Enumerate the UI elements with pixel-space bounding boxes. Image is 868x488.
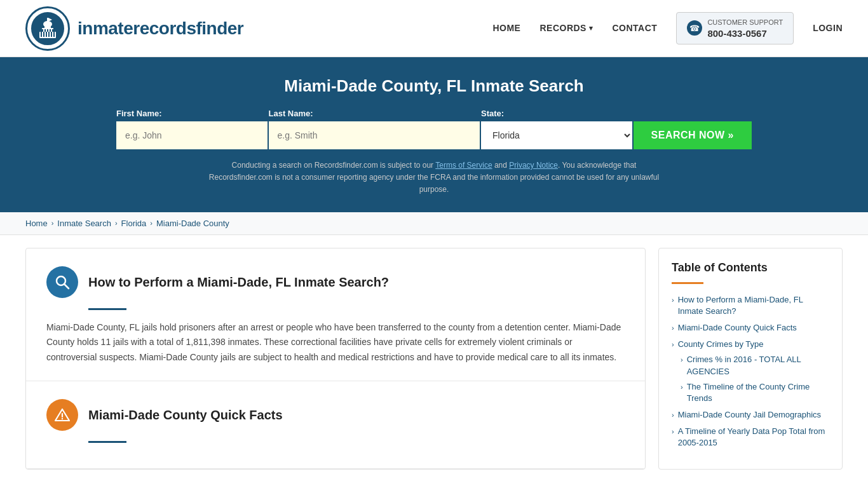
logo-icon [25, 6, 70, 51]
svg-rect-8 [48, 32, 50, 37]
toc-link-4[interactable]: ›A Timeline of Yearly Data Pop Total fro… [672, 426, 829, 449]
content-area: How to Perform a Miami-Dade, FL Inmate S… [25, 248, 646, 470]
last-name-label: Last Name: [269, 109, 480, 118]
breadcrumb-inmate-search[interactable]: Inmate Search [57, 219, 111, 228]
main-nav: HOME RECORDS ▾ CONTACT ☎ CUSTOMER SUPPOR… [492, 12, 843, 44]
toc-link-0[interactable]: ›How to Perform a Miami-Dade, FL Inmate … [672, 294, 829, 317]
toc-sub-item-2-0: ›Crimes % in 2016 - TOTAL ALL AGENCIES [681, 354, 829, 377]
sep-3: › [150, 219, 153, 227]
nav-login[interactable]: LOGIN [813, 23, 843, 33]
toc-sub-item-2-1: ›The Timeline of the County Crime Trends [681, 381, 829, 404]
headset-icon: ☎ [687, 20, 702, 36]
warning-icon-circle [46, 399, 78, 431]
section-divider-1 [88, 308, 126, 310]
search-now-button[interactable]: SEARCH NOW » [634, 121, 752, 149]
sidebar-toc: Table of Contents ›How to Perform a Miam… [658, 248, 843, 470]
site-header: inmaterecordsfinder HOME RECORDS ▾ CONTA… [0, 0, 868, 57]
logo-text: inmaterecordsfinder [78, 18, 243, 39]
main-layout: How to Perform a Miami-Dade, FL Inmate S… [0, 235, 868, 482]
svg-rect-12 [44, 29, 46, 32]
sep-2: › [115, 219, 118, 227]
first-name-group: First Name: [116, 109, 268, 149]
svg-rect-6 [43, 32, 44, 37]
state-label: State: [481, 109, 632, 118]
breadcrumb-home[interactable]: Home [25, 219, 48, 228]
toc-divider [672, 282, 703, 284]
svg-rect-11 [42, 29, 43, 32]
section-header-1: How to Perform a Miami-Dade, FL Inmate S… [46, 266, 625, 298]
search-form: First Name: Last Name: State: FloridaAla… [116, 109, 752, 149]
section-title-1: How to Perform a Miami-Dade, FL Inmate S… [88, 274, 389, 290]
logo-area: inmaterecordsfinder [25, 6, 243, 51]
toc-sub-link-2-1[interactable]: ›The Timeline of the County Crime Trends [681, 381, 829, 404]
support-info: CUSTOMER SUPPORT 800-433-0567 [707, 18, 783, 38]
svg-rect-9 [51, 32, 52, 37]
section-title-2: Miami-Dade County Quick Facts [88, 407, 283, 423]
search-icon-circle [46, 266, 78, 298]
svg-rect-10 [53, 32, 55, 37]
state-select[interactable]: FloridaAlabamaAlaskaArizonaArkansasCalif… [481, 121, 632, 149]
nav-records[interactable]: RECORDS ▾ [539, 23, 593, 33]
inmate-search-section: How to Perform a Miami-Dade, FL Inmate S… [26, 248, 645, 381]
customer-support-btn[interactable]: ☎ CUSTOMER SUPPORT 800-433-0567 [676, 12, 794, 44]
toc-item-1: ›Miami-Dade County Quick Facts [672, 322, 829, 334]
section-divider-2 [88, 441, 126, 443]
quick-facts-section: Miami-Dade County Quick Facts [26, 381, 645, 469]
section-header-2: Miami-Dade County Quick Facts [46, 399, 625, 431]
privacy-link[interactable]: Privacy Notice [509, 161, 558, 170]
hero-title: Miami-Dade County, FL Inmate Search [25, 76, 843, 96]
toc-list: ›How to Perform a Miami-Dade, FL Inmate … [672, 294, 829, 449]
hero-section: Miami-Dade County, FL Inmate Search Firs… [0, 57, 868, 212]
toc-sub-link-2-0[interactable]: ›Crimes % in 2016 - TOTAL ALL AGENCIES [681, 354, 829, 377]
svg-rect-7 [46, 32, 47, 37]
svg-rect-13 [47, 29, 48, 32]
toc-item-3: ›Miami-Dade County Jail Demographics [672, 409, 829, 421]
svg-rect-15 [52, 29, 53, 32]
section-body-1: Miami-Dade County, FL jails hold prisone… [46, 320, 625, 365]
nav-contact[interactable]: CONTACT [612, 23, 657, 33]
toc-link-2[interactable]: ›County Crimes by Type [672, 339, 829, 350]
first-name-label: First Name: [116, 109, 268, 118]
toc-title: Table of Contents [672, 261, 829, 274]
toc-item-0: ›How to Perform a Miami-Dade, FL Inmate … [672, 294, 829, 317]
toc-link-1[interactable]: ›Miami-Dade County Quick Facts [672, 322, 829, 334]
nav-home[interactable]: HOME [492, 23, 520, 33]
breadcrumb: Home › Inmate Search › Florida › Miami-D… [0, 212, 868, 235]
last-name-input[interactable] [269, 121, 480, 149]
breadcrumb-florida[interactable]: Florida [121, 219, 147, 228]
svg-point-22 [62, 418, 63, 419]
svg-rect-5 [41, 32, 42, 37]
toc-link-3[interactable]: ›Miami-Dade County Jail Demographics [672, 409, 829, 421]
tos-link[interactable]: Terms of Service [435, 161, 492, 170]
last-name-group: Last Name: [269, 109, 480, 149]
svg-rect-16 [47, 18, 48, 24]
svg-line-19 [64, 284, 69, 288]
toc-item-4: ›A Timeline of Yearly Data Pop Total fro… [672, 426, 829, 449]
disclaimer-text: Conducting a search on Recordsfinder.com… [205, 159, 663, 196]
first-name-input[interactable] [116, 121, 268, 149]
svg-rect-14 [50, 29, 51, 32]
breadcrumb-current: Miami-Dade County [156, 219, 229, 228]
state-group: State: FloridaAlabamaAlaskaArizonaArkans… [481, 109, 632, 149]
sep-1: › [51, 219, 54, 227]
toc-item-2: ›County Crimes by Type›Crimes % in 2016 … [672, 339, 829, 404]
